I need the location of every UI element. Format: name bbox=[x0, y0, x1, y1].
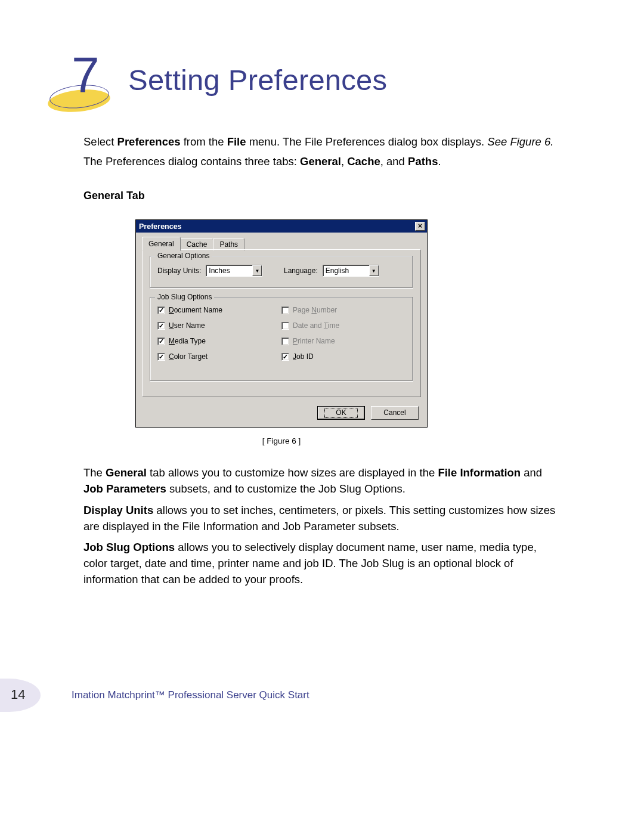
chapter-title: Setting Preferences bbox=[128, 63, 387, 97]
page-number: 14 bbox=[11, 687, 25, 702]
checkbox-label: Printer Name bbox=[293, 337, 335, 345]
tab-label: General bbox=[148, 240, 174, 248]
check-col-right: Page NumberDate and TimePrinter Name✓Job… bbox=[281, 306, 405, 361]
checkbox-date-and-time: Date and Time bbox=[281, 321, 405, 330]
checkbox-label: Color Target bbox=[169, 352, 208, 361]
combo-value: Inches bbox=[209, 267, 230, 275]
group-general-options: General Options Display Units: Inches ▼ … bbox=[150, 256, 413, 289]
dialog-title: Preferences bbox=[139, 222, 182, 231]
group-legend: General Options bbox=[155, 252, 212, 260]
tab-label: Cache bbox=[187, 240, 208, 249]
display-units-combo[interactable]: Inches ▼ bbox=[206, 265, 262, 277]
checkbox-icon: ✓ bbox=[157, 306, 165, 314]
checkbox-printer-name: Printer Name bbox=[281, 337, 405, 345]
checkbox-label: Document Name bbox=[169, 306, 222, 314]
checkbox-icon: ✓ bbox=[157, 337, 165, 345]
chevron-down-icon[interactable]: ▼ bbox=[252, 265, 262, 276]
checkbox-icon: ✓ bbox=[157, 322, 165, 330]
ok-button[interactable]: OK bbox=[317, 406, 365, 420]
paragraph-general-tab: The General tab allows you to customize … bbox=[83, 465, 561, 497]
language-combo[interactable]: English ▼ bbox=[323, 265, 379, 277]
paragraph-job-slug: Job Slug Options allows you to selective… bbox=[83, 540, 561, 587]
checkbox-job-id[interactable]: ✓Job ID bbox=[281, 352, 405, 361]
checkbox-media-type[interactable]: ✓Media Type bbox=[157, 337, 281, 345]
chapter-ornament: 7 bbox=[51, 57, 122, 116]
tab-label: Paths bbox=[219, 240, 238, 249]
checkbox-icon: ✓ bbox=[157, 353, 165, 361]
close-icon: × bbox=[418, 222, 422, 230]
checkbox-page-number: Page Number bbox=[281, 306, 405, 314]
language-label: Language: bbox=[284, 267, 318, 275]
checkbox-user-name[interactable]: ✓User Name bbox=[157, 321, 281, 330]
preferences-dialog: Preferences × General Cache Paths Genera… bbox=[135, 219, 428, 428]
checkbox-label: Page Number bbox=[293, 306, 337, 314]
close-button[interactable]: × bbox=[415, 222, 425, 231]
footer-text: Imation Matchprint™ Professional Server … bbox=[72, 689, 309, 701]
tab-cache[interactable]: Cache bbox=[180, 238, 214, 250]
combo-value: English bbox=[326, 267, 349, 275]
group-job-slug: Job Slug Options ✓Document Name✓User Nam… bbox=[150, 297, 413, 382]
checkbox-icon bbox=[281, 337, 289, 345]
dialog-body: General Cache Paths General Options Disp… bbox=[136, 233, 427, 427]
tab-general[interactable]: General bbox=[142, 237, 181, 251]
tab-paths[interactable]: Paths bbox=[213, 238, 244, 250]
button-label: OK bbox=[324, 408, 357, 418]
checkbox-label: Date and Time bbox=[293, 321, 339, 330]
paragraph-display-units: Display Units allows you to set inches, … bbox=[83, 503, 561, 535]
checkbox-icon bbox=[281, 322, 289, 330]
checkbox-label: User Name bbox=[169, 321, 205, 330]
dialog-button-row: OK Cancel bbox=[317, 406, 419, 420]
intro-line-2: The Preferences dialog contains three ta… bbox=[83, 154, 561, 170]
checkbox-label: Media Type bbox=[169, 337, 206, 345]
group-legend: Job Slug Options bbox=[155, 293, 214, 301]
checkbox-icon: ✓ bbox=[281, 353, 289, 361]
checkbox-color-target[interactable]: ✓Color Target bbox=[157, 352, 281, 361]
section-heading: General Tab bbox=[83, 190, 145, 202]
titlebar[interactable]: Preferences × bbox=[136, 220, 427, 233]
chevron-down-icon[interactable]: ▼ bbox=[369, 265, 379, 276]
check-col-left: ✓Document Name✓User Name✓Media Type✓Colo… bbox=[157, 306, 281, 361]
checkbox-label: Job ID bbox=[293, 352, 314, 361]
chapter-number: 7 bbox=[72, 49, 100, 100]
display-units-label: Display Units: bbox=[157, 267, 201, 275]
intro-line-1: Select Preferences from the File menu. T… bbox=[83, 134, 561, 150]
checkbox-document-name[interactable]: ✓Document Name bbox=[157, 306, 281, 314]
page: 7 Setting Preferences Select Preferences… bbox=[0, 0, 644, 833]
checkbox-icon bbox=[281, 306, 289, 314]
figure-caption: [ Figure 6 ] bbox=[135, 436, 428, 445]
tabstrip: General Cache Paths bbox=[142, 237, 244, 250]
tab-panel-general: General Options Display Units: Inches ▼ … bbox=[142, 249, 421, 397]
cancel-button[interactable]: Cancel bbox=[371, 406, 419, 420]
